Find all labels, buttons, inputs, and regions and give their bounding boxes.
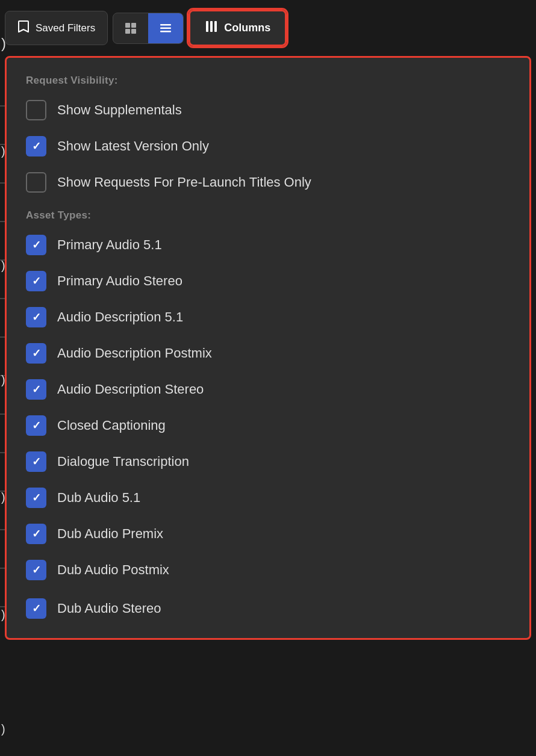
checkbox-audio-desc-stereo-box[interactable]: ✓ [26,379,46,400]
checkbox-primary-audio-stereo-label: Primary Audio Stereo [57,273,182,289]
checkbox-closed-captioning[interactable]: ✓ Closed Captioning [26,415,510,436]
sidebar-char-6: ) [1,722,5,736]
checkbox-show-pre-launch-label: Show Requests For Pre-Launch Titles Only [57,175,311,190]
checkmark-icon: ✓ [32,455,41,468]
view-toggle-group [113,13,184,44]
svg-rect-4 [160,24,171,26]
checkbox-primary-audio-51-label: Primary Audio 5.1 [57,237,162,253]
checkbox-show-latest-version-box[interactable]: ✓ [26,136,46,156]
checkmark-icon: ✓ [32,347,41,360]
checkbox-show-latest-version-label: Show Latest Version Only [57,138,209,154]
svg-rect-6 [160,31,171,33]
checkbox-audio-desc-51-label: Audio Description 5.1 [57,309,183,325]
checkbox-dub-audio-postmix-label: Dub Audio Postmix [57,562,169,578]
svg-rect-7 [206,21,208,32]
checkbox-audio-desc-stereo-label: Audio Description Stereo [57,382,204,397]
svg-rect-3 [131,29,136,34]
checkbox-audio-desc-stereo[interactable]: ✓ Audio Description Stereo [26,379,510,400]
checkbox-show-supplementals[interactable]: Show Supplementals [26,100,510,120]
grid-view-button[interactable] [113,13,148,43]
checkmark-icon-checked: ✓ [32,140,41,153]
checkbox-dub-audio-51-label: Dub Audio 5.1 [57,490,140,506]
checkbox-dub-audio-postmix-box[interactable]: ✓ [26,560,46,580]
svg-rect-8 [210,21,213,32]
checkmark-icon: ✓ [32,274,41,288]
checkmark-icon: ✓ [32,602,41,615]
checkbox-show-pre-launch[interactable]: Show Requests For Pre-Launch Titles Only [26,172,510,193]
saved-filters-button[interactable]: Saved Filters [5,11,108,45]
checkbox-dialogue-transcription-label: Dialogue Transcription [57,454,189,469]
checkbox-closed-captioning-label: Closed Captioning [57,418,166,433]
checkbox-audio-desc-postmix[interactable]: ✓ Audio Description Postmix [26,343,510,364]
checkbox-dub-audio-premix[interactable]: ✓ Dub Audio Premix [26,524,510,544]
checkmark-icon: ✓ [32,311,41,324]
sidebar-bracket: ) [0,36,6,51]
top-bar: ) Saved Filters [0,0,536,56]
svg-rect-9 [214,21,217,32]
checkbox-audio-desc-51[interactable]: ✓ Audio Description 5.1 [26,307,510,327]
checkmark-icon: ✓ [32,563,41,577]
checkbox-audio-desc-postmix-label: Audio Description Postmix [57,345,212,361]
columns-button[interactable]: Columns [189,10,287,46]
svg-rect-2 [125,29,130,34]
checkbox-dialogue-transcription[interactable]: ✓ Dialogue Transcription [26,451,510,472]
columns-dropdown-panel: Request Visibility: Show Supplementals ✓… [5,56,531,640]
svg-rect-0 [125,23,130,28]
checkbox-dub-audio-stereo-box[interactable]: ✓ [26,598,46,619]
checkbox-dub-audio-51-box[interactable]: ✓ [26,488,46,508]
checkmark-icon: ✓ [32,383,41,396]
saved-filters-label: Saved Filters [36,22,95,34]
checkbox-audio-desc-51-box[interactable]: ✓ [26,307,46,327]
checkbox-show-pre-launch-box[interactable] [26,172,46,193]
checkbox-dialogue-transcription-box[interactable]: ✓ [26,451,46,472]
svg-rect-5 [160,27,171,29]
checkbox-closed-captioning-box[interactable]: ✓ [26,415,46,436]
asset-types-section-title: Asset Types: [26,209,510,222]
checkbox-primary-audio-stereo[interactable]: ✓ Primary Audio Stereo [26,271,510,291]
checkbox-dub-audio-stereo[interactable]: ✓ Dub Audio Stereo [26,596,510,621]
checkmark-icon: ✓ [32,238,41,252]
checkbox-dub-audio-51[interactable]: ✓ Dub Audio 5.1 [26,488,510,508]
checkbox-dub-audio-stereo-label: Dub Audio Stereo [57,601,161,616]
checkbox-show-latest-version[interactable]: ✓ Show Latest Version Only [26,136,510,156]
checkbox-dub-audio-premix-label: Dub Audio Premix [57,526,163,542]
checkbox-show-supplementals-box[interactable] [26,100,46,120]
request-visibility-section-title: Request Visibility: [26,75,510,87]
checkbox-dub-audio-postmix[interactable]: ✓ Dub Audio Postmix [26,560,510,580]
checkbox-primary-audio-51[interactable]: ✓ Primary Audio 5.1 [26,235,510,255]
checkbox-primary-audio-51-box[interactable]: ✓ [26,235,46,255]
checkbox-dub-audio-premix-box[interactable]: ✓ [26,524,46,544]
svg-rect-1 [131,23,136,28]
checkmark-icon: ✓ [32,491,41,504]
checkmark-icon: ✓ [32,419,41,432]
columns-icon [205,20,218,36]
checkmark-icon: ✓ [32,527,41,541]
list-view-button[interactable] [148,13,183,43]
checkbox-primary-audio-stereo-box[interactable]: ✓ [26,271,46,291]
columns-label: Columns [224,22,270,34]
checkbox-show-supplementals-label: Show Supplementals [57,102,182,118]
checkbox-audio-desc-postmix-box[interactable]: ✓ [26,343,46,364]
bookmark-icon [17,20,30,36]
